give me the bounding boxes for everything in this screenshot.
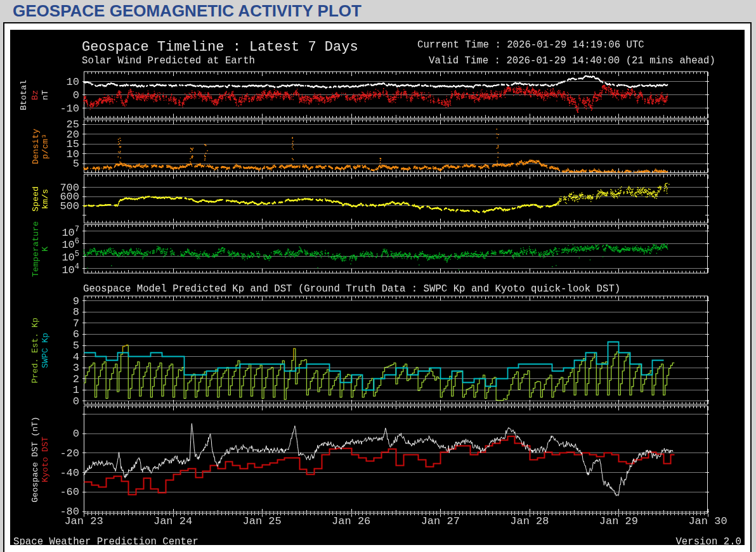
kp-dst-section-title: Geospace Model Predicted Kp and DST (Gro… — [83, 283, 620, 295]
footer-version-label: Version 2.0 — [675, 536, 741, 548]
axis-label-bfield-0: Btotal — [20, 80, 29, 110]
x-tick-label: Jan 25 — [243, 516, 282, 527]
current-time-label: Current Time : 2026-01-29 14:19:06 UTC — [417, 39, 644, 51]
x-tick-label: Jan 24 — [153, 516, 192, 527]
y-tick-label: 105 — [35, 251, 79, 263]
x-tick-label: Jan 23 — [64, 516, 103, 527]
axis-label-density-0: Density — [32, 129, 41, 164]
axis-label-kp-1: SWPC Kp — [41, 333, 50, 368]
y-tick-label: 2 — [35, 374, 79, 385]
axis-label-bfield-1: Bz — [31, 90, 40, 100]
axis-label-dst-1: Kyoto DST — [41, 437, 50, 482]
axis-label-dst-0: Geospace DST (nT) — [31, 416, 40, 503]
axis-label-speed-0: Speed — [32, 186, 41, 212]
axis-label-temperature-0: Temperature — [32, 221, 41, 277]
y-tick-label: 107 — [35, 226, 79, 238]
chart-subtitle: Solar Wind Predicted at Earth — [82, 55, 255, 67]
page: {"page":{"header_title":"GEOSPACE GEOMAG… — [0, 0, 756, 552]
y-tick-label: 7 — [35, 318, 79, 329]
x-tick-label: Jan 29 — [599, 516, 638, 527]
y-tick-label: 1 — [35, 385, 79, 395]
axis-label-kp-0: Pred. Est. Kp — [31, 318, 40, 383]
x-tick-label: Jan 26 — [332, 516, 370, 527]
y-tick-label: 10 — [35, 77, 79, 87]
x-tick-label: Jan 30 — [688, 516, 727, 527]
x-tick-label: Jan 28 — [510, 516, 549, 527]
y-tick-label: 9 — [35, 296, 79, 307]
y-tick-label: 5 — [35, 158, 79, 169]
page-title: GEOSPACE GEOMAGNETIC ACTIVITY PLOT — [13, 1, 362, 21]
valid-time-label: Valid Time : 2026-01-29 14:40:00 (21 min… — [429, 55, 715, 67]
axis-label-bfield-2: nT — [41, 90, 50, 100]
axis-label-temperature-1: K — [41, 247, 50, 252]
x-tick-label: Jan 27 — [421, 516, 460, 527]
y-tick-label: 0 — [35, 396, 79, 407]
plot-area: Geospace Timeline : Latest 7 Days Solar … — [10, 30, 745, 545]
axis-label-speed-1: km/s — [41, 189, 50, 209]
chart-title: Geospace Timeline : Latest 7 Days — [82, 39, 358, 56]
y-tick-label: 8 — [35, 307, 79, 318]
y-tick-label: -10 — [35, 103, 79, 114]
y-tick-label: 104 — [35, 264, 79, 276]
footer-org-label: Space Weather Prediction Center — [13, 536, 199, 548]
y-tick-label: -60 — [35, 487, 79, 497]
axis-label-density-1: p/cm³ — [41, 134, 50, 159]
